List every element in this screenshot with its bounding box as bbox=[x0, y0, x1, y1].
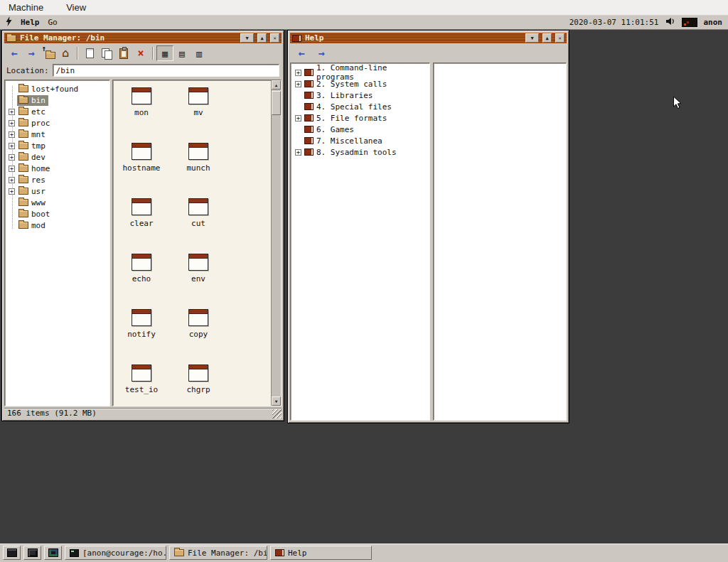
file-item[interactable]: test_io bbox=[113, 364, 170, 394]
file-item[interactable]: munch bbox=[170, 143, 227, 173]
lightning-icon[interactable] bbox=[6, 16, 12, 28]
help-topic-item[interactable]: + 4. Special files bbox=[292, 101, 428, 112]
help-topic-item[interactable]: + 6. Games bbox=[292, 124, 428, 135]
expand-plus-icon[interactable]: + bbox=[9, 154, 15, 161]
program-file-icon bbox=[188, 309, 208, 326]
file-item[interactable]: clear bbox=[113, 198, 170, 228]
help-topic-item[interactable]: + 5. File formats bbox=[292, 112, 428, 124]
folder-tree-item[interactable]: + usr bbox=[5, 185, 109, 197]
item-count-label: 166 items (91.2 MB) bbox=[7, 409, 97, 418]
folder-icon bbox=[18, 176, 28, 183]
help-topic-item[interactable]: + 8. Sysadmin tools bbox=[292, 146, 428, 158]
folder-tree-item[interactable]: + lost+found bbox=[5, 83, 109, 94]
file-item[interactable]: chgrp bbox=[170, 364, 227, 394]
file-item[interactable]: cut bbox=[170, 198, 227, 228]
up-button[interactable]: ↑ bbox=[40, 45, 57, 61]
file-item[interactable]: mon bbox=[113, 87, 170, 117]
maximize-button[interactable]: ▲ bbox=[542, 33, 552, 43]
folder-tree-item[interactable]: + tmp bbox=[5, 140, 109, 151]
expand-plus-icon[interactable]: + bbox=[9, 143, 15, 149]
forward-button[interactable]: → bbox=[313, 45, 330, 61]
expand-plus-icon[interactable]: + bbox=[295, 149, 301, 156]
tree-item-content: www bbox=[17, 198, 48, 208]
list-view-button[interactable]: ▤ bbox=[173, 45, 191, 61]
desktop-panel: Help Go 2020-03-07 11:01:51 anon bbox=[0, 16, 728, 30]
expand-plus-icon[interactable]: + bbox=[9, 131, 15, 138]
scroll-down-button[interactable]: ▼ bbox=[272, 396, 281, 406]
program-file-icon bbox=[132, 364, 151, 382]
folder-tree-item[interactable]: + bin bbox=[5, 94, 109, 106]
expand-plus-icon[interactable]: + bbox=[295, 70, 301, 76]
view-menu[interactable]: View bbox=[66, 2, 86, 13]
forward-button[interactable]: → bbox=[23, 45, 40, 61]
shade-button[interactable]: ▼ bbox=[240, 33, 254, 43]
folder-tree-item[interactable]: + dev bbox=[5, 151, 109, 163]
icon-view-button[interactable]: ▦ bbox=[156, 45, 173, 61]
file-item[interactable]: env bbox=[170, 254, 227, 283]
taskbar-file-manager-button[interactable]: File Manager: /bin bbox=[169, 546, 267, 560]
folder-tree-item[interactable]: + mnt bbox=[5, 129, 109, 140]
fm-scrollbar[interactable]: ▲ ▼ bbox=[271, 80, 281, 406]
folder-icon bbox=[18, 199, 28, 206]
folder-tree-item[interactable]: + mod bbox=[5, 220, 109, 231]
machine-menu[interactable]: Machine bbox=[9, 2, 43, 13]
toolbar-separator bbox=[152, 47, 154, 60]
maximize-button[interactable]: ▲ bbox=[257, 33, 267, 43]
close-button[interactable]: × bbox=[270, 33, 279, 43]
folder-tree-item[interactable]: + proc bbox=[5, 117, 109, 129]
panel-help-menu[interactable]: Help bbox=[21, 18, 40, 27]
file-item[interactable]: mv bbox=[170, 87, 227, 117]
system-monitor-applet[interactable] bbox=[682, 18, 697, 27]
terminal-launcher-button[interactable] bbox=[3, 546, 21, 560]
fm-titlebar[interactable]: File Manager: /bin ▼ ▲ × bbox=[4, 33, 282, 43]
back-button[interactable]: ← bbox=[293, 45, 310, 61]
details-view-button[interactable]: ▥ bbox=[191, 45, 208, 61]
scrollbar-track[interactable] bbox=[272, 115, 281, 396]
file-item[interactable]: notify bbox=[113, 309, 170, 339]
shade-button[interactable]: ▼ bbox=[525, 33, 539, 43]
new-document-button[interactable] bbox=[81, 45, 98, 61]
tree-item-content: lost+found bbox=[17, 84, 81, 94]
delete-button[interactable]: × bbox=[132, 45, 149, 61]
expand-plus-icon[interactable]: + bbox=[295, 115, 301, 121]
close-button[interactable]: × bbox=[555, 33, 564, 43]
speaker-icon[interactable] bbox=[665, 17, 675, 28]
help-titlebar[interactable]: Help ▼ ▲ × bbox=[290, 33, 567, 43]
folder-tree-item[interactable]: + boot bbox=[5, 208, 109, 220]
help-topic-item[interactable]: + 1. Command-line programs bbox=[292, 67, 428, 78]
scroll-up-button[interactable]: ▲ bbox=[272, 80, 281, 90]
help-topic-item[interactable]: + 7. Miscellanea bbox=[292, 135, 428, 146]
paste-button[interactable] bbox=[115, 45, 132, 61]
file-name-label: mv bbox=[193, 108, 203, 117]
book-icon bbox=[304, 126, 314, 133]
taskbar-terminal-window-button[interactable]: [anon@courage:/ho... bbox=[65, 546, 166, 560]
back-button[interactable]: ← bbox=[6, 45, 23, 61]
folder-name-label: proc bbox=[31, 119, 50, 128]
home-button[interactable]: ⌂ bbox=[57, 45, 74, 61]
console-launcher-button[interactable] bbox=[23, 546, 41, 560]
expand-plus-icon[interactable]: + bbox=[9, 120, 15, 126]
folder-tree-item[interactable]: + www bbox=[5, 197, 109, 208]
clock-label: 2020-03-07 11:01:51 bbox=[569, 18, 659, 27]
expand-plus-icon[interactable]: + bbox=[9, 109, 15, 115]
scrollbar-thumb[interactable] bbox=[272, 91, 281, 115]
folder-tree-item[interactable]: + res bbox=[5, 174, 109, 185]
expand-plus-icon[interactable]: + bbox=[295, 81, 301, 87]
copy-button[interactable] bbox=[98, 45, 115, 61]
folder-tree-item[interactable]: + home bbox=[5, 163, 109, 174]
new-document-icon bbox=[86, 48, 94, 58]
folder-tree-item[interactable]: + etc bbox=[5, 106, 109, 117]
monitor-launcher-button[interactable] bbox=[44, 546, 62, 560]
file-item[interactable]: echo bbox=[113, 254, 170, 283]
taskbar-help-button[interactable]: Help bbox=[270, 546, 372, 560]
resize-grip[interactable] bbox=[272, 409, 282, 418]
panel-go-menu[interactable]: Go bbox=[48, 18, 58, 27]
help-topic-item[interactable]: + 3. Libraries bbox=[292, 90, 428, 101]
folder-icon bbox=[18, 142, 28, 149]
file-item[interactable]: hostname bbox=[113, 143, 170, 173]
expand-plus-icon[interactable]: + bbox=[9, 177, 15, 183]
expand-plus-icon[interactable]: + bbox=[9, 166, 15, 172]
expand-plus-icon[interactable]: + bbox=[9, 188, 15, 195]
file-item[interactable]: copy bbox=[170, 309, 227, 339]
location-input[interactable] bbox=[53, 64, 279, 77]
